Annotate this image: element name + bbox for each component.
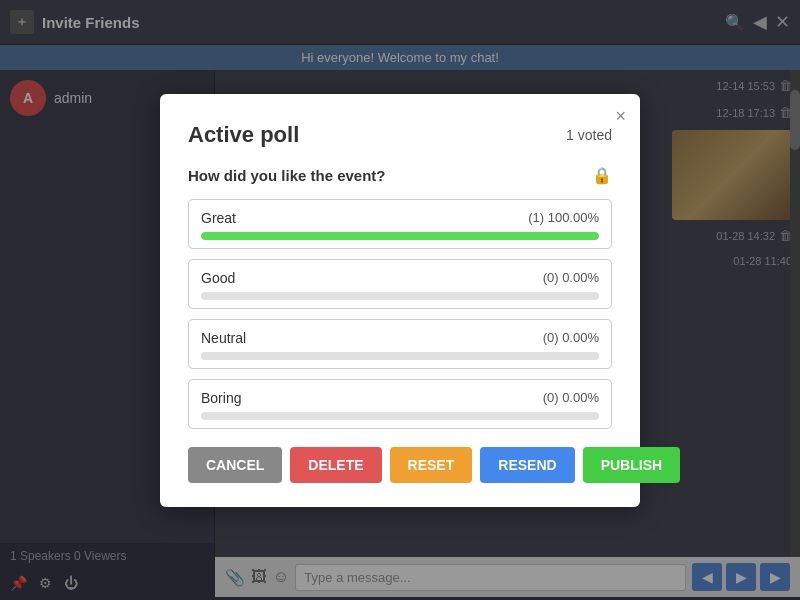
resend-button[interactable]: RESEND [480, 447, 574, 483]
poll-question: How did you like the event? [188, 167, 386, 184]
poll-option-label: Boring [201, 390, 241, 406]
modal-actions: CANCEL DELETE RESET RESEND PUBLISH [188, 447, 612, 483]
poll-question-row: How did you like the event? 🔒 [188, 166, 612, 185]
poll-option-label: Great [201, 210, 236, 226]
poll-option-percentage: (0) 0.00% [543, 270, 599, 285]
poll-option[interactable]: Great(1) 100.00% [188, 199, 612, 249]
poll-option[interactable]: Boring(0) 0.00% [188, 379, 612, 429]
lock-icon: 🔒 [592, 166, 612, 185]
poll-option[interactable]: Good(0) 0.00% [188, 259, 612, 309]
active-poll-modal: × Active poll 1 voted How did you like t… [160, 94, 640, 507]
cancel-button[interactable]: CANCEL [188, 447, 282, 483]
progress-bar-track [201, 412, 599, 420]
poll-option-label: Neutral [201, 330, 246, 346]
poll-options-container: Great(1) 100.00%Good(0) 0.00%Neutral(0) … [188, 199, 612, 429]
poll-option-percentage: (0) 0.00% [543, 330, 599, 345]
modal-overlay: × Active poll 1 voted How did you like t… [0, 0, 800, 600]
progress-bar-track [201, 352, 599, 360]
delete-button[interactable]: DELETE [290, 447, 381, 483]
publish-button[interactable]: PUBLISH [583, 447, 680, 483]
progress-bar-track [201, 232, 599, 240]
modal-header: Active poll 1 voted [188, 122, 612, 148]
modal-title: Active poll [188, 122, 299, 148]
voted-label: 1 voted [566, 127, 612, 143]
poll-option-percentage: (1) 100.00% [528, 210, 599, 225]
progress-bar-fill [201, 232, 599, 240]
modal-close-button[interactable]: × [615, 106, 626, 127]
reset-button[interactable]: RESET [390, 447, 473, 483]
progress-bar-track [201, 292, 599, 300]
poll-option-label: Good [201, 270, 235, 286]
poll-option-percentage: (0) 0.00% [543, 390, 599, 405]
poll-option[interactable]: Neutral(0) 0.00% [188, 319, 612, 369]
